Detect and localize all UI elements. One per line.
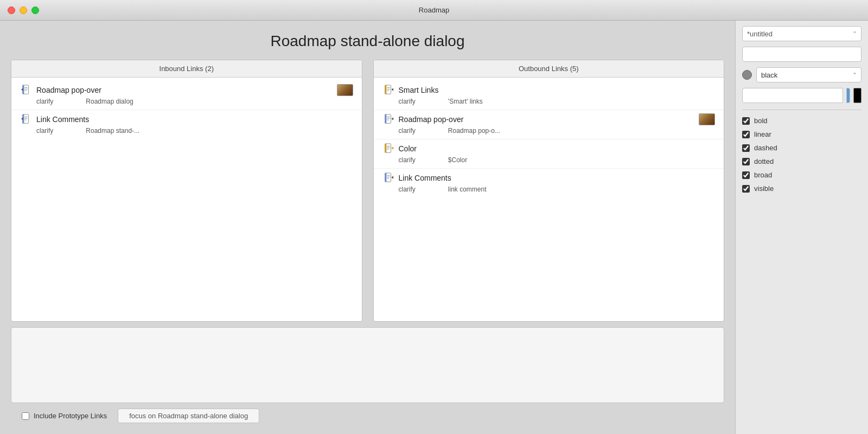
color-select[interactable]: black [756, 67, 861, 82]
untitled-dropdown[interactable]: *untitled [742, 26, 861, 41]
svg-marker-5 [21, 88, 23, 91]
meta-right: Roadmap dialog [86, 98, 133, 105]
color-circle-indicator [742, 70, 752, 80]
meta-right: $Color [448, 156, 467, 164]
outbound-panel: Outbound Links (5) [373, 60, 725, 322]
footer-bar: Include Prototype Links focus on Roadmap… [11, 403, 724, 429]
link-item-header: Roadmap pop-over [382, 113, 716, 125]
dotted-checkbox[interactable]: dotted [742, 157, 861, 165]
divider [742, 110, 861, 110]
meta-left: clarify [399, 186, 416, 193]
doc-icon [20, 84, 32, 96]
prototype-links-checkbox[interactable]: Include Prototype Links [22, 412, 107, 420]
doc-icon [20, 113, 32, 125]
close-button[interactable] [8, 7, 15, 14]
svg-marker-11 [21, 117, 23, 120]
color-select-wrapper: black ⌃ [756, 67, 861, 82]
minimize-button[interactable] [20, 7, 27, 14]
untitled-dropdown-wrapper: *untitled ⌃ [742, 26, 861, 41]
color-swatch[interactable] [853, 88, 861, 103]
svg-marker-35 [391, 176, 393, 178]
doc-icon [382, 84, 394, 96]
link-item-header: Color [382, 143, 716, 155]
doc-icon [382, 172, 394, 184]
doc-icon [382, 113, 394, 125]
linear-checkbox[interactable]: linear [742, 130, 861, 138]
doc-icon [382, 143, 394, 155]
stepper-down-button[interactable]: ▼ [847, 95, 850, 103]
meta-right: Roadmap pop-o... [448, 127, 500, 135]
meta-left: clarify [399, 156, 416, 164]
svg-rect-25 [385, 144, 386, 152]
dotted-label: dotted [754, 157, 774, 165]
link-meta: clarify Roadmap dialog [20, 98, 353, 105]
page-title: Roadmap stand-alone dialog [11, 21, 724, 60]
meta-right: 'Smart' links [448, 98, 483, 105]
prototype-links-input[interactable] [22, 412, 29, 420]
thumbnail [699, 113, 715, 125]
meta-left: clarify [36, 127, 53, 135]
svg-rect-13 [385, 85, 386, 94]
visible-checkbox[interactable]: visible [742, 184, 861, 193]
inbound-panel: Inbound Links (2) [11, 60, 362, 322]
bottom-panel [11, 327, 724, 403]
link-title: Color [399, 144, 716, 153]
stepper-input[interactable] [742, 88, 843, 103]
meta-left: clarify [399, 98, 416, 105]
link-item-header: Smart Links [382, 84, 716, 96]
maximize-button[interactable] [31, 7, 39, 14]
list-item[interactable]: Roadmap pop-over clarify Roadmap pop-o..… [374, 110, 724, 139]
meta-right: Roadmap stand-... [86, 127, 139, 135]
main-content: Roadmap stand-alone dialog Inbound Links… [0, 21, 735, 434]
link-meta: clarify 'Smart' links [382, 98, 716, 105]
list-item[interactable]: Color clarify $Color [374, 139, 724, 169]
dashed-checkbox[interactable]: dashed [742, 144, 861, 152]
meta-left: clarify [399, 127, 416, 135]
window-title: Roadmap [419, 6, 449, 14]
focus-button[interactable]: focus on Roadmap stand-alone dialog [118, 409, 259, 423]
outbound-panel-body: Smart Links clarify 'Smart' links [374, 78, 724, 321]
link-title: Link Comments [399, 174, 716, 182]
link-title: Roadmap pop-over [36, 86, 333, 94]
list-item[interactable]: Roadmap pop-over clarify Roadmap dialog [11, 81, 362, 110]
inbound-panel-body: Roadmap pop-over clarify Roadmap dialog [11, 78, 362, 321]
broad-checkbox[interactable]: broad [742, 171, 861, 179]
svg-marker-17 [391, 88, 393, 91]
list-item[interactable]: Smart Links clarify 'Smart' links [374, 81, 724, 110]
link-title: Roadmap pop-over [399, 115, 695, 124]
link-item-header: Roadmap pop-over [20, 84, 353, 96]
svg-rect-31 [385, 173, 386, 182]
outbound-panel-header: Outbound Links (5) [374, 60, 724, 78]
meta-right: link comment [448, 186, 487, 193]
bold-checkbox[interactable]: bold [742, 117, 861, 125]
app-body: Roadmap stand-alone dialog Inbound Links… [0, 21, 868, 434]
prototype-links-label: Include Prototype Links [34, 412, 107, 420]
stepper-buttons: ▲ ▼ [846, 88, 850, 103]
meta-left: clarify [36, 98, 53, 105]
right-panel: *untitled ⌃ black ⌃ ▲ ▼ [735, 21, 868, 434]
dashed-label: dashed [754, 144, 777, 152]
stepper-row: ▲ ▼ [742, 88, 861, 103]
thumbnail [337, 84, 353, 96]
link-item-header: Link Comments [382, 172, 716, 184]
inbound-panel-header: Inbound Links (2) [11, 60, 362, 78]
svg-marker-29 [391, 146, 393, 149]
list-item[interactable]: Link Comments clarify link comment [374, 169, 724, 197]
svg-rect-19 [385, 114, 386, 123]
list-item[interactable]: Link Comments clarify Roadmap stand-... [11, 110, 362, 139]
link-meta: clarify Roadmap stand-... [20, 127, 353, 135]
link-meta: clarify link comment [382, 186, 716, 193]
svg-marker-23 [391, 117, 393, 120]
link-title: Link Comments [36, 115, 353, 124]
panels-row: Inbound Links (2) [11, 60, 724, 322]
window-controls[interactable] [8, 7, 39, 14]
stepper-up-button[interactable]: ▲ [847, 88, 850, 95]
filter-input[interactable] [742, 47, 861, 62]
link-item-header: Link Comments [20, 113, 353, 125]
link-meta: clarify Roadmap pop-o... [382, 127, 716, 135]
broad-label: broad [754, 171, 772, 179]
color-row: black ⌃ [742, 67, 861, 82]
link-title: Smart Links [399, 86, 716, 94]
title-bar: Roadmap [0, 0, 868, 21]
linear-label: linear [754, 130, 771, 138]
